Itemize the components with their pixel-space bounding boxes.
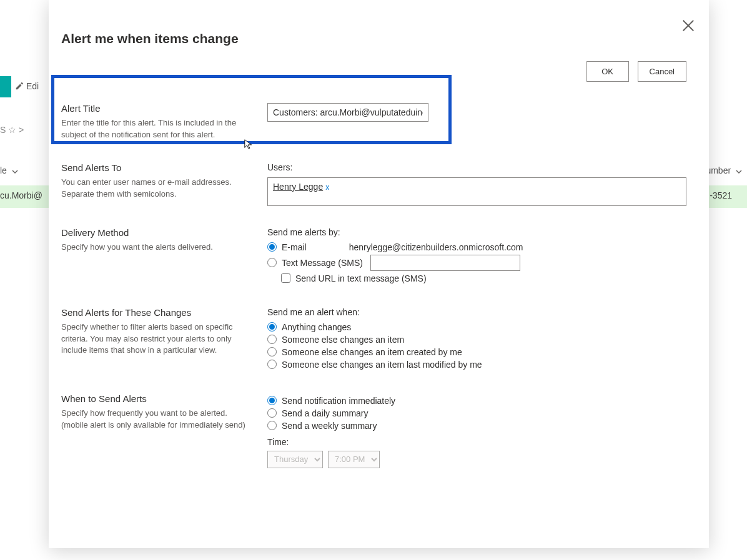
dialog-title: Alert me when items change <box>61 31 239 46</box>
send-to-label: Send Alerts To <box>61 162 255 173</box>
radio-weekly[interactable] <box>267 421 277 430</box>
radio-daily-label[interactable]: Send a daily summary <box>282 408 369 418</box>
users-field-label: Users: <box>267 162 686 172</box>
alert-title-input[interactable] <box>267 103 428 122</box>
when-desc: Specify how frequently you want to be al… <box>61 408 255 431</box>
close-icon <box>681 19 695 32</box>
radio-sms[interactable] <box>267 258 277 267</box>
delivery-desc: Specify how you want the alerts delivere… <box>61 242 255 253</box>
button-row-top: OK Cancel <box>61 59 686 94</box>
radio-email[interactable] <box>267 242 277 252</box>
users-people-picker[interactable]: Henry Leggex <box>267 177 686 206</box>
cancel-button[interactable]: Cancel <box>638 61 686 82</box>
radio-weekly-label[interactable]: Send a weekly summary <box>282 421 377 431</box>
checkbox-send-url[interactable] <box>281 273 290 283</box>
radio-immediate[interactable] <box>267 396 277 405</box>
select-day[interactable]: Thursday <box>267 451 323 468</box>
radio-someone-item[interactable] <box>267 335 277 344</box>
send-by-label: Send me alerts by: <box>267 227 686 237</box>
radio-someone-modified[interactable] <box>267 360 277 369</box>
radio-anything-label[interactable]: Anything changes <box>282 322 351 332</box>
delivery-label: Delivery Method <box>61 227 255 238</box>
user-chip[interactable]: Henry Legge <box>273 182 323 192</box>
section-send-to: Send Alerts To You can enter user names … <box>61 154 686 219</box>
time-label: Time: <box>267 437 686 447</box>
button-row-bottom <box>61 493 686 519</box>
send-to-desc: You can enter user names or e-mail addre… <box>61 177 255 200</box>
remove-user-icon[interactable]: x <box>325 183 329 192</box>
section-when: When to Send Alerts Specify how frequent… <box>61 385 686 481</box>
section-delivery: Delivery Method Specify how you want the… <box>61 219 686 298</box>
radio-sms-label[interactable]: Text Message (SMS) <box>282 258 363 268</box>
alert-title-label: Alert Title <box>61 103 255 114</box>
select-hour[interactable]: 7:00 PM <box>328 451 380 468</box>
radio-daily[interactable] <box>267 408 277 418</box>
close-button[interactable] <box>681 19 695 32</box>
radio-someone-item-label[interactable]: Someone else changes an item <box>282 335 404 345</box>
section-alert-title: Alert Title Enter the title for this ale… <box>61 94 686 154</box>
alert-dialog: Alert me when items change OK Cancel Ale… <box>49 0 709 548</box>
when-label: When to Send Alerts <box>61 393 255 404</box>
ok-button[interactable]: OK <box>586 61 629 82</box>
radio-email-label[interactable]: E-mail <box>282 242 307 252</box>
alert-when-label: Send me an alert when: <box>267 307 686 317</box>
sms-number-input[interactable] <box>370 255 520 271</box>
radio-someone-created[interactable] <box>267 347 277 356</box>
radio-someone-modified-label[interactable]: Someone else changes an item last modifi… <box>282 360 482 370</box>
alert-title-desc: Enter the title for this alert. This is … <box>61 117 255 141</box>
radio-someone-created-label[interactable]: Someone else changes an item created by … <box>282 347 462 357</box>
checkbox-send-url-label[interactable]: Send URL in text message (SMS) <box>295 273 427 283</box>
section-changes: Send Alerts for These Changes Specify wh… <box>61 298 686 385</box>
modal-overlay: Alert me when items change OK Cancel Ale… <box>0 0 747 560</box>
changes-desc: Specify whether to filter alerts based o… <box>61 322 255 357</box>
changes-label: Send Alerts for These Changes <box>61 307 255 318</box>
radio-anything[interactable] <box>267 322 277 332</box>
dialog-scroll-area[interactable]: OK Cancel Alert Title Enter the title fo… <box>51 55 696 531</box>
radio-immediate-label[interactable]: Send notification immediately <box>282 396 395 406</box>
email-address: henrylegge@citizenbuilders.onmicrosoft.c… <box>349 242 523 252</box>
